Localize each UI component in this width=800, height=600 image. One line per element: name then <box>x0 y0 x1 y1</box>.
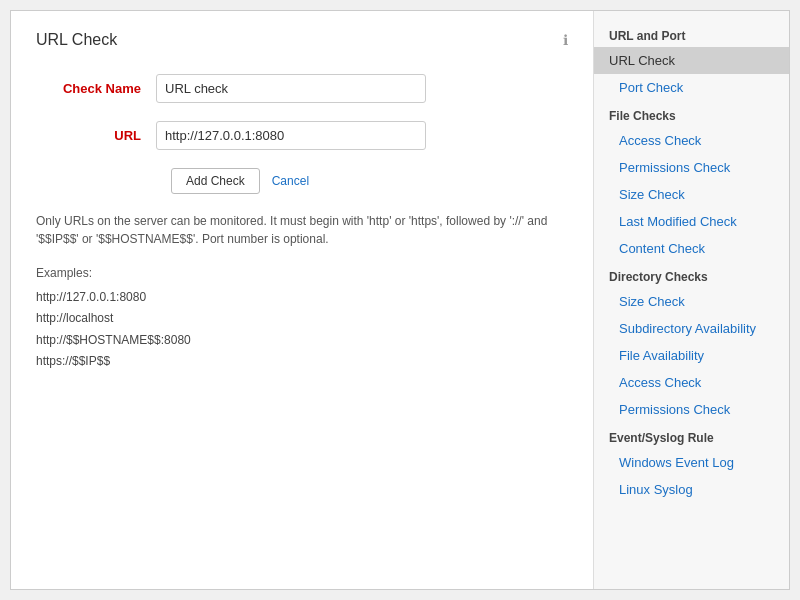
nav-item-url-check[interactable]: URL Check <box>594 47 789 74</box>
help-description: Only URLs on the server can be monitored… <box>36 212 568 248</box>
nav-item-file-permissions-check[interactable]: Permissions Check <box>594 154 789 181</box>
example-3: http://$$HOSTNAME$$:8080 <box>36 330 568 352</box>
nav-item-dir-subdirectory-availability[interactable]: Subdirectory Availability <box>594 315 789 342</box>
page-title: URL Check <box>36 31 117 49</box>
nav-item-windows-event-log[interactable]: Windows Event Log <box>594 449 789 476</box>
url-input[interactable] <box>156 121 426 150</box>
nav-item-linux-syslog[interactable]: Linux Syslog <box>594 476 789 503</box>
section-header-file-checks: File Checks <box>594 101 789 127</box>
section-header-url-port: URL and Port <box>594 21 789 47</box>
nav-item-dir-size-check[interactable]: Size Check <box>594 288 789 315</box>
page-title-row: URL Check ℹ <box>36 31 568 49</box>
check-name-label: Check Name <box>36 81 156 96</box>
example-4: https://$$IP$$ <box>36 351 568 373</box>
check-name-row: Check Name <box>36 74 568 103</box>
button-row: Add Check Cancel <box>171 168 568 194</box>
nav-item-file-access-check[interactable]: Access Check <box>594 127 789 154</box>
info-icon[interactable]: ℹ <box>563 32 568 48</box>
add-check-button[interactable]: Add Check <box>171 168 260 194</box>
example-2: http://localhost <box>36 308 568 330</box>
nav-item-file-content-check[interactable]: Content Check <box>594 235 789 262</box>
nav-item-dir-access-check[interactable]: Access Check <box>594 369 789 396</box>
right-panel: URL and Port URL Check Port Check File C… <box>594 11 789 589</box>
nav-item-dir-permissions-check[interactable]: Permissions Check <box>594 396 789 423</box>
main-container: URL Check ℹ Check Name URL Add Check Can… <box>10 10 790 590</box>
url-label: URL <box>36 128 156 143</box>
url-row: URL <box>36 121 568 150</box>
examples-title: Examples: <box>36 263 568 285</box>
nav-item-port-check[interactable]: Port Check <box>594 74 789 101</box>
nav-item-file-last-modified-check[interactable]: Last Modified Check <box>594 208 789 235</box>
nav-item-file-size-check[interactable]: Size Check <box>594 181 789 208</box>
section-header-event-syslog: Event/Syslog Rule <box>594 423 789 449</box>
example-1: http://127.0.0.1:8080 <box>36 287 568 309</box>
cancel-button[interactable]: Cancel <box>268 169 313 193</box>
section-header-dir-checks: Directory Checks <box>594 262 789 288</box>
check-name-input[interactable] <box>156 74 426 103</box>
left-panel: URL Check ℹ Check Name URL Add Check Can… <box>11 11 594 589</box>
examples-block: Examples: http://127.0.0.1:8080 http://l… <box>36 263 568 373</box>
nav-item-dir-file-availability[interactable]: File Availability <box>594 342 789 369</box>
